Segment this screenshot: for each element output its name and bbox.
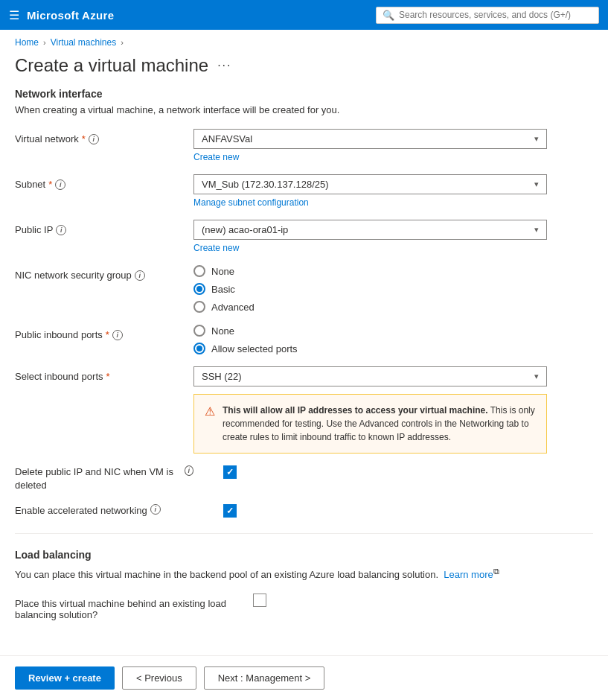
breadcrumb-separator-2: › [121,38,124,47]
dropdown-arrow-icon: ▾ [534,134,539,144]
warning-text: This will allow all IP addresses to acce… [223,404,536,444]
select-inbound-ports-label: Select inbound ports * [15,366,193,382]
public-ip-control: (new) acao-ora01-ip ▾ Create new [193,220,593,253]
next-button[interactable]: Next : Management > [204,666,325,690]
public-ip-info-icon[interactable]: i [56,225,66,235]
learn-more-link[interactable]: Learn more [444,569,493,580]
brand-logo: Microsoft Azure [27,9,114,22]
place-behind-lb-checkbox[interactable] [253,594,266,607]
review-create-button[interactable]: Review + create [15,666,115,690]
load-balancing-section: Load balancing You can place this virtua… [15,549,593,621]
breadcrumb-separator-1: › [43,38,46,47]
manage-subnet-link[interactable]: Manage subnet configuration [193,197,309,208]
public-inbound-ports-label: Public inbound ports * i [15,325,193,340]
public-inbound-radio-none[interactable] [193,325,205,337]
bottom-bar: Review + create < Previous Next : Manage… [0,655,608,700]
nic-nsg-option-none[interactable]: None [193,265,593,277]
nic-nsg-option-advanced[interactable]: Advanced [193,301,593,313]
network-interface-section: Network interface When creating a virtua… [15,88,593,518]
select-inbound-ports-row: Select inbound ports * SSH (22) ▾ ⚠ This… [15,366,593,454]
search-input[interactable] [399,10,592,20]
network-interface-desc: When creating a virtual machine, a netwo… [15,104,593,115]
warning-box: ⚠ This will allow all IP addresses to ac… [193,394,547,454]
subnet-dropdown[interactable]: VM_Sub (172.30.137.128/25) ▾ [193,174,547,194]
breadcrumb: Home › Virtual machines › [0,30,608,52]
subnet-control: VM_Sub (172.30.137.128/25) ▾ Manage subn… [193,174,593,208]
public-ip-create-new[interactable]: Create new [193,243,239,253]
load-balancing-desc: You can place this virtual machine in th… [15,565,593,582]
subnet-required-marker: * [48,179,52,190]
accelerated-networking-checkbox[interactable] [223,504,237,518]
subnet-label: Subnet * i [15,174,193,190]
select-inbound-dropdown-arrow: ▾ [534,372,539,381]
subnet-dropdown-arrow: ▾ [534,179,539,189]
public-inbound-info-icon[interactable]: i [112,330,123,340]
accelerated-networking-info-icon[interactable]: i [150,504,161,515]
page-title: Create a virtual machine [15,55,208,76]
delete-public-ip-checkbox[interactable] [223,465,237,479]
top-navigation: ☰ Microsoft Azure 🔍 [0,0,608,30]
nic-nsg-option-basic[interactable]: Basic [193,283,593,295]
accelerated-networking-row: Enable accelerated networking i [15,504,593,518]
nic-nsg-label: NIC network security group i [15,265,193,281]
breadcrumb-virtual-machines[interactable]: Virtual machines [51,37,117,48]
hamburger-icon[interactable]: ☰ [9,8,19,22]
external-link-icon: ⧉ [493,567,499,576]
subnet-info-icon[interactable]: i [55,179,65,190]
virtual-network-create-new[interactable]: Create new [193,152,239,162]
public-inbound-allow[interactable]: Allow selected ports [193,343,593,354]
load-balancing-title: Load balancing [15,549,593,561]
public-inbound-required: * [106,329,109,340]
breadcrumb-home[interactable]: Home [15,37,39,48]
public-ip-dropdown-arrow: ▾ [534,225,539,235]
virtual-network-label: Virtual network * i [15,129,193,144]
nic-nsg-radio-advanced[interactable] [193,301,205,313]
public-inbound-options: None Allow selected ports [193,325,593,354]
delete-public-ip-row: Delete public IP and NIC when VM is dele… [15,465,593,492]
search-bar[interactable]: 🔍 [376,7,599,24]
public-ip-row: Public IP i (new) acao-ora01-ip ▾ Create… [15,220,593,253]
subnet-row: Subnet * i VM_Sub (172.30.137.128/25) ▾ … [15,174,593,208]
virtual-network-dropdown[interactable]: ANFAVSVal ▾ [193,129,547,149]
public-ip-dropdown[interactable]: (new) acao-ora01-ip ▾ [193,220,547,240]
page-menu-icon[interactable]: ··· [217,59,231,72]
accelerated-networking-checkbox-wrapper [193,504,237,518]
network-interface-title: Network interface [15,88,593,100]
delete-public-ip-info-icon[interactable]: i [185,465,193,476]
public-inbound-ports-row: Public inbound ports * i None Allow sele… [15,325,593,354]
place-behind-lb-checkbox-wrapper [238,594,266,607]
public-ip-label: Public IP i [15,220,193,235]
select-inbound-ports-dropdown[interactable]: SSH (22) ▾ [193,366,547,386]
warning-icon: ⚠ [205,404,215,444]
search-icon: 🔍 [383,10,394,21]
place-behind-lb-label: Place this virtual machine behind an exi… [15,594,238,620]
previous-button[interactable]: < Previous [122,666,196,690]
nic-nsg-radio-basic[interactable] [193,283,205,295]
required-marker: * [82,133,86,144]
page-header: Create a virtual machine ··· [0,52,608,88]
public-inbound-none[interactable]: None [193,325,593,337]
main-content: Network interface When creating a virtua… [0,88,608,620]
virtual-network-row: Virtual network * i ANFAVSVal ▾ Create n… [15,129,593,162]
select-inbound-ports-control: SSH (22) ▾ ⚠ This will allow all IP addr… [193,366,593,454]
nic-nsg-info-icon[interactable]: i [135,270,145,281]
section-divider [15,533,593,534]
place-behind-lb-row: Place this virtual machine behind an exi… [15,594,593,620]
accelerated-networking-label: Enable accelerated networking i [15,504,193,518]
virtual-network-control: ANFAVSVal ▾ Create new [193,129,593,162]
delete-public-ip-label: Delete public IP and NIC when VM is dele… [15,465,193,492]
select-inbound-required: * [106,371,110,382]
nic-nsg-options: None Basic Advanced [193,265,593,313]
public-inbound-radio-allow[interactable] [193,343,205,354]
virtual-network-info-icon[interactable]: i [89,134,99,144]
nic-nsg-row: NIC network security group i None Basic … [15,265,593,313]
nic-nsg-radio-none[interactable] [193,265,205,277]
delete-public-ip-checkbox-wrapper [193,465,237,479]
